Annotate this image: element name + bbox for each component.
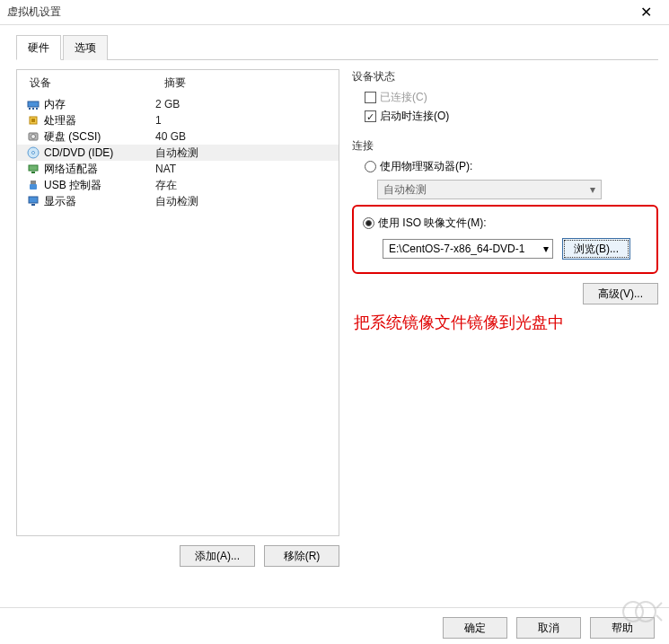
device-summary: 自动检测 [155, 146, 198, 161]
use-iso-radio[interactable] [363, 217, 374, 229]
connect-on-power-checkbox[interactable] [365, 110, 376, 122]
col-summary: 摘要 [164, 75, 186, 91]
remove-button[interactable]: 移除(R) [264, 545, 339, 567]
ok-button[interactable]: 确定 [443, 617, 507, 639]
device-list-header: 设备 摘要 [17, 70, 339, 96]
device-name: 网络适配器 [44, 162, 98, 177]
svg-rect-14 [29, 197, 38, 203]
annotation-text: 把系统镜像文件镜像到光盘中 [354, 312, 658, 333]
net-icon [26, 162, 40, 176]
tab-options[interactable]: 选项 [63, 35, 108, 60]
svg-rect-13 [30, 184, 37, 190]
chevron-down-icon: ▾ [543, 243, 549, 255]
svg-rect-3 [36, 108, 38, 110]
device-status-group: 设备状态 已连接(C) 启动时连接(O) [352, 69, 658, 126]
window-title: 虚拟机设置 [7, 4, 61, 20]
use-physical-radio[interactable] [365, 161, 376, 172]
device-row-cddvd[interactable]: CD/DVD (IDE) 自动检测 [17, 145, 339, 161]
device-summary: 自动检测 [155, 194, 198, 209]
titlebar: 虚拟机设置 ✕ [0, 0, 669, 25]
connected-label: 已连接(C) [380, 90, 427, 105]
disk-icon [26, 129, 40, 144]
device-name: USB 控制器 [44, 178, 101, 193]
left-panel: 设备 摘要 内存 2 GB 处理器 1 硬盘 (SCSI) 40 GB [16, 69, 339, 567]
svg-rect-15 [31, 204, 35, 206]
use-iso-label: 使用 ISO 映像文件(M): [378, 216, 487, 231]
svg-point-16 [623, 602, 643, 622]
display-icon [26, 194, 40, 208]
cpu-icon [26, 113, 40, 128]
physical-drive-value: 自动检测 [383, 182, 427, 198]
svg-rect-2 [32, 108, 34, 110]
device-row-memory[interactable]: 内存 2 GB [17, 96, 339, 112]
cd-icon [26, 146, 40, 160]
dialog-content: 硬件 选项 设备 摘要 内存 2 GB 处理器 1 [0, 25, 669, 570]
device-list: 设备 摘要 内存 2 GB 处理器 1 硬盘 (SCSI) 40 GB [16, 69, 339, 536]
connection-title: 连接 [352, 138, 658, 154]
device-name: 内存 [44, 97, 66, 112]
device-summary: NAT [155, 163, 176, 175]
svg-rect-11 [31, 172, 35, 173]
watermark-icon [617, 595, 664, 628]
device-row-disk[interactable]: 硬盘 (SCSI) 40 GB [17, 128, 339, 145]
device-summary: 存在 [155, 178, 177, 193]
connect-on-power-label: 启动时连接(O) [380, 109, 449, 124]
right-panel: 设备状态 已连接(C) 启动时连接(O) 连接 使用物理驱动器(P): 自动检测 [352, 69, 658, 567]
device-name: 显示器 [44, 194, 76, 209]
svg-rect-0 [28, 101, 39, 107]
device-name: CD/DVD (IDE) [44, 146, 113, 159]
device-summary: 40 GB [155, 130, 186, 143]
col-device: 设备 [30, 75, 164, 91]
svg-rect-12 [31, 181, 36, 184]
device-status-title: 设备状态 [352, 69, 658, 84]
svg-point-17 [636, 602, 656, 622]
advanced-button[interactable]: 高级(V)... [583, 283, 658, 304]
device-row-network[interactable]: 网络适配器 NAT [17, 161, 339, 177]
svg-rect-5 [31, 119, 35, 122]
device-summary: 2 GB [155, 98, 180, 110]
device-name: 硬盘 (SCSI) [44, 129, 101, 145]
device-summary: 1 [155, 114, 162, 127]
iso-highlight-box: 使用 ISO 映像文件(M): E:\CentOS-7-x86_64-DVD-1… [352, 205, 658, 274]
cancel-button[interactable]: 取消 [516, 617, 581, 639]
tab-strip: 硬件 选项 [16, 34, 658, 60]
close-button[interactable]: ✕ [628, 0, 664, 25]
svg-rect-1 [29, 108, 31, 110]
physical-drive-select[interactable]: 自动检测 ▾ [377, 180, 602, 199]
device-row-cpu[interactable]: 处理器 1 [17, 112, 339, 128]
memory-icon [26, 97, 40, 111]
svg-point-7 [31, 135, 36, 139]
browse-button[interactable]: 浏览(B)... [562, 238, 630, 260]
connected-checkbox[interactable] [365, 92, 376, 103]
device-row-display[interactable]: 显示器 自动检测 [17, 193, 339, 209]
device-name: 处理器 [44, 113, 76, 128]
tab-hardware[interactable]: 硬件 [16, 35, 61, 60]
usb-icon [26, 178, 40, 192]
add-button[interactable]: 添加(A)... [180, 545, 255, 567]
device-row-usb[interactable]: USB 控制器 存在 [17, 177, 339, 193]
iso-path-value: E:\CentOS-7-x86_64-DVD-1 [389, 243, 524, 255]
iso-path-combo[interactable]: E:\CentOS-7-x86_64-DVD-1 ▾ [383, 239, 553, 259]
footer-separator [0, 607, 669, 608]
use-physical-label: 使用物理驱动器(P): [380, 159, 472, 174]
svg-point-9 [32, 152, 35, 154]
connection-group: 连接 使用物理驱动器(P): 自动检测 ▾ 使用 ISO 映像文件(M): [352, 138, 658, 333]
svg-rect-10 [29, 165, 38, 171]
chevron-down-icon: ▾ [590, 183, 595, 196]
